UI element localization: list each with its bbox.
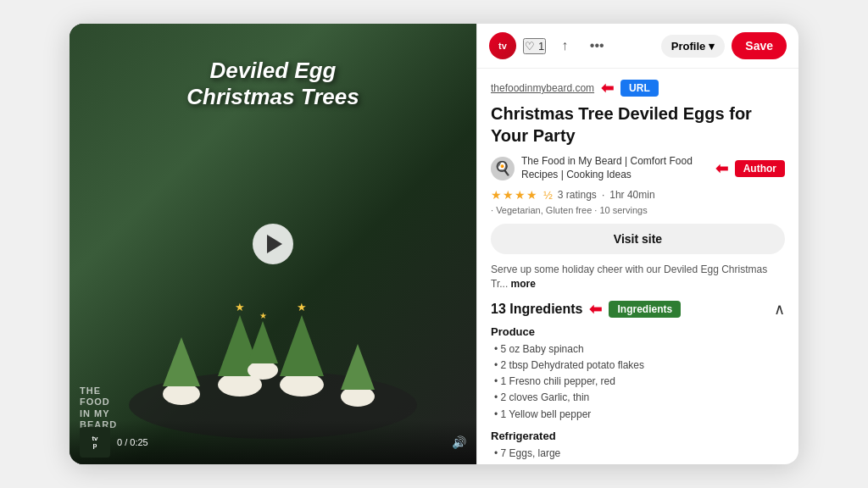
video-title-overlay: Deviled EggChristmas Trees [70,58,476,110]
brand-logo: tvp [80,427,110,458]
author-row: 🍳 The Food in My Beard | Comfort Food Re… [491,155,785,181]
save-button[interactable]: Save [732,32,787,59]
ingredient-item: 2 tbsp Dehydrated potato flakes [491,358,785,374]
video-panel: ★ ★ ★ Deviled EggChristmas Trees [70,24,476,464]
more-link[interactable]: more [511,278,536,290]
ingredients-label: 13 Ingredients [491,302,582,317]
chevron-up-icon[interactable]: ∧ [774,300,785,319]
video-controls: tvp 0 / 0:25 🔊 [70,420,476,464]
ingredient-item: 1 Fresno chili pepper, red [491,374,785,390]
video-time: 0 / 0:25 [117,437,148,447]
ingredient-item: 2 cloves Garlic, thin [491,390,785,406]
rating-count: 3 ratings [558,189,597,201]
url-row: thefoodinmybeard.com ⬅ URL [491,79,785,97]
ingredients-badge: Ingredients [609,301,681,318]
volume-icon[interactable]: 🔊 [452,435,466,449]
ingredient-item: 5 oz Baby spinach [491,341,785,358]
ingredient-category: Produce [491,325,785,338]
url-badge: URL [620,80,659,97]
toolbar: tv ♡ 1 ↑ ••• Profile ▾ Save [477,24,798,69]
ingredients-list: Produce5 oz Baby spinach2 tbsp Dehydrate… [491,325,785,462]
chevron-down-icon: ▾ [709,40,715,53]
half-star-icon: ½ [543,189,553,202]
ingredient-section: Produce5 oz Baby spinach2 tbsp Dehydrate… [491,325,785,423]
recipe-title: Christmas Tree Deviled Eggs for Your Par… [491,103,785,147]
url-arrow: ⬅ [601,79,614,97]
ingredients-header: 13 Ingredients ⬅ Ingredients ∧ [491,300,785,319]
profile-label: Profile [671,40,705,53]
ingredient-item: 1 Yellow bell pepper [491,407,785,423]
author-arrow: ⬅ [715,159,728,178]
author-avatar: 🍳 [491,157,515,180]
detail-panel: tv ♡ 1 ↑ ••• Profile ▾ Save thefoodinmyb… [476,24,798,464]
recipe-description: Serve up some holiday cheer with our Dev… [491,263,785,291]
more-options-button[interactable]: ••• [583,32,610,59]
cook-time: 1hr 40min [609,189,654,201]
author-name: The Food in My Beard | Comfort Food Reci… [521,155,709,181]
play-button[interactable] [253,224,293,264]
ingredient-category: Refrigerated [491,430,785,442]
site-url[interactable]: thefoodinmybeard.com [491,82,594,94]
toolbar-actions: ♡ 1 ↑ ••• [523,32,610,59]
ingredient-section: Refrigerated7 Eggs, large [491,430,785,462]
like-button[interactable]: ♡ 1 [523,38,546,54]
star-icons: ★★★★ [491,188,538,202]
user-avatar: tv [489,32,516,59]
ingredients-arrow: ⬅ [589,300,602,319]
profile-button[interactable]: Profile ▾ [661,35,725,58]
ingredients-title-row: 13 Ingredients ⬅ Ingredients [491,300,681,319]
content-area: thefoodinmybeard.com ⬅ URL Christmas Tre… [477,69,798,464]
ratings-row: ★★★★ ½ 3 ratings · 1hr 40min [491,188,785,202]
visit-site-button[interactable]: Visit site [491,224,785,254]
recipe-meta: · Vegetarian, Gluten free · 10 servings [491,205,785,215]
author-badge: Author [735,160,785,177]
share-button[interactable]: ↑ [551,32,578,59]
ingredient-item: 7 Eggs, large [491,446,785,462]
